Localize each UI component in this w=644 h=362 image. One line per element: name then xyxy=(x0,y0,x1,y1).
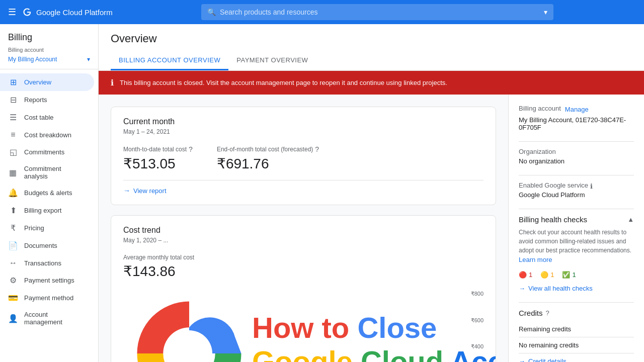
credit-details-link[interactable]: → Credit details xyxy=(519,357,634,363)
badge-yellow: 🟡 1 xyxy=(540,271,554,279)
search-chevron-icon: ▾ xyxy=(544,8,547,16)
collapse-icon[interactable]: ▲ xyxy=(627,216,634,223)
sidebar-item-payment-method[interactable]: 💳 Payment method xyxy=(0,289,94,307)
arrow-checks-icon: → xyxy=(519,285,525,292)
divider-1 xyxy=(519,141,634,142)
cost-trend-card: Cost trend May 1, 2020 – ... Average mon… xyxy=(111,215,496,362)
sidebar-commitment-analysis-icon: ▦ xyxy=(8,168,18,177)
sidebar-account-select[interactable]: My Billing Account ▾ xyxy=(8,54,90,65)
sidebar-overview-label: Overview xyxy=(24,78,51,86)
trend-subtitle: May 1, 2020 – ... xyxy=(123,237,484,244)
billing-checks-title: Billing health checks xyxy=(519,215,587,224)
checks-badges: 🔴 1 🟡 1 ✅ 1 xyxy=(519,271,634,279)
credits-header: Credits ? xyxy=(519,309,634,317)
y-label-600: ₹600 xyxy=(463,317,484,324)
credits-help-icon[interactable]: ? xyxy=(546,309,549,317)
eom-help-icon[interactable]: ? xyxy=(315,145,319,153)
app-name: Google Cloud Platform xyxy=(36,8,113,17)
mtd-label: Month-to-date total cost ? xyxy=(123,145,193,153)
eom-cost-item: End-of-month total cost (forecasted) ? ₹… xyxy=(217,145,319,172)
sidebar-billing-export-label: Billing export xyxy=(24,207,61,214)
yellow-circle-icon: 🟡 xyxy=(540,271,548,279)
avg-cost-item: Average monthly total cost ₹143.86 xyxy=(123,254,484,280)
organization-section: Organization No organization xyxy=(519,148,634,165)
sidebar-commitment-analysis-label: Commitment analysis xyxy=(24,165,86,180)
sidebar-item-cost-breakdown[interactable]: ≡ Cost breakdown xyxy=(0,126,94,143)
sidebar-item-transactions[interactable]: ↔ Transactions xyxy=(0,254,94,272)
divider-2 xyxy=(519,175,634,175)
sidebar-payment-settings-icon: ⚙ xyxy=(8,276,18,285)
sidebar-item-account-management[interactable]: 👤 Account management xyxy=(0,307,94,330)
body-content: Current month May 1 – 24, 2021 Month-to-… xyxy=(99,95,644,362)
billing-checks-section: Billing health checks ▲ Check out your a… xyxy=(519,215,634,292)
no-remaining-credits-item: No remaining credits xyxy=(519,337,634,353)
sidebar-payment-method-icon: 💳 xyxy=(8,293,18,303)
tab-billing-account-overview[interactable]: BILLING ACCOUNT OVERVIEW xyxy=(111,51,228,70)
sidebar-nav: ⊞ Overview ⊟ Reports ☰ Cost table ≡ Cost… xyxy=(0,69,98,334)
manage-link[interactable]: Manage xyxy=(565,106,589,113)
sidebar-payment-method-label: Payment method xyxy=(24,294,73,302)
account-chevron-icon: ▾ xyxy=(87,56,90,63)
sidebar-item-budgets-alerts[interactable]: 🔔 Budgets & alerts xyxy=(0,184,94,202)
sidebar-item-documents[interactable]: 📄 Documents xyxy=(0,237,94,254)
menu-icon[interactable]: ☰ xyxy=(8,7,16,18)
sidebar-reports-label: Reports xyxy=(24,96,47,104)
org-title: Organization xyxy=(519,148,634,155)
view-checks-link[interactable]: → View all health checks xyxy=(519,285,634,292)
sidebar-item-reports[interactable]: ⊟ Reports xyxy=(0,91,94,109)
eom-amount: ₹691.76 xyxy=(217,155,319,172)
arrow-icon: → xyxy=(123,187,130,195)
google-service-help-icon[interactable]: ℹ xyxy=(590,183,593,190)
sidebar-item-overview[interactable]: ⊞ Overview xyxy=(0,73,94,91)
page-title: Overview xyxy=(111,32,632,45)
sidebar-item-payment-settings[interactable]: ⚙ Payment settings xyxy=(0,272,94,289)
search-input[interactable] xyxy=(220,8,538,16)
google-service-section: Enabled Google service ℹ Google Cloud Pl… xyxy=(519,182,634,199)
sidebar-account-management-label: Account management xyxy=(24,311,86,326)
sidebar-item-billing-export[interactable]: ⬆ Billing export xyxy=(0,202,94,219)
tabs: BILLING ACCOUNT OVERVIEWPAYMENT OVERVIEW xyxy=(111,51,632,70)
sidebar-item-cost-table[interactable]: ☰ Cost table xyxy=(0,109,94,126)
current-month-title: Current month xyxy=(123,117,484,126)
sidebar-transactions-label: Transactions xyxy=(24,259,61,267)
sidebar-item-pricing[interactable]: ₹ Pricing xyxy=(0,219,94,237)
current-month-card: Current month May 1 – 24, 2021 Month-to-… xyxy=(111,107,496,205)
sidebar-commitments-icon: ◱ xyxy=(8,147,18,157)
badge-red-count: 1 xyxy=(529,271,532,279)
content-area: Overview BILLING ACCOUNT OVERVIEWPAYMENT… xyxy=(99,24,644,362)
alert-message: This billing account is closed. Visit th… xyxy=(120,79,447,86)
sidebar-item-commitment-analysis[interactable]: ▦ Commitment analysis xyxy=(0,161,94,184)
sidebar-cost-table-label: Cost table xyxy=(24,114,54,121)
mtd-help-icon[interactable]: ? xyxy=(189,145,193,153)
billing-account-value: My Billing Account, 01E720-38C47E-0F705F xyxy=(519,116,634,131)
badge-green: ✅ 1 xyxy=(562,271,576,279)
sidebar-cost-breakdown-icon: ≡ xyxy=(8,130,18,139)
search-bar[interactable]: 🔍 ▾ xyxy=(201,4,553,20)
y-label-400: ₹400 xyxy=(463,343,484,350)
trend-container: How to Close Google Cloud Account xyxy=(111,286,496,362)
sidebar-budgets-alerts-icon: 🔔 xyxy=(8,188,18,198)
sidebar-commitments-label: Commitments xyxy=(24,148,64,156)
y-label-800: ₹800 xyxy=(463,291,484,297)
arrow-credits-icon: → xyxy=(519,357,525,363)
sidebar-documents-icon: 📄 xyxy=(8,241,18,250)
sidebar: Billing Billing account My Billing Accou… xyxy=(0,24,99,362)
google-g-icon xyxy=(22,7,32,17)
sidebar-item-commitments[interactable]: ◱ Commitments xyxy=(0,143,94,161)
divider-4 xyxy=(519,302,634,303)
tab-payment-overview[interactable]: PAYMENT OVERVIEW xyxy=(228,51,316,70)
sidebar-cost-breakdown-label: Cost breakdown xyxy=(24,131,71,139)
credits-section: Credits ? Remaining credits No remaining… xyxy=(519,309,634,363)
view-checks-label: View all health checks xyxy=(528,285,593,292)
sidebar-pricing-icon: ₹ xyxy=(8,223,18,233)
learn-more-link[interactable]: Learn more xyxy=(519,256,552,263)
badge-yellow-count: 1 xyxy=(550,271,554,279)
alert-icon: ℹ xyxy=(111,78,114,87)
sidebar-cost-table-icon: ☰ xyxy=(8,113,18,122)
org-value: No organization xyxy=(519,157,634,165)
billing-checks-desc: Check out your account health results to… xyxy=(519,228,634,265)
sidebar-account-management-icon: 👤 xyxy=(8,314,18,323)
avg-amount: ₹143.86 xyxy=(123,263,484,280)
sidebar-account-name: My Billing Account xyxy=(8,56,57,63)
view-report-link[interactable]: → View report xyxy=(123,180,484,195)
